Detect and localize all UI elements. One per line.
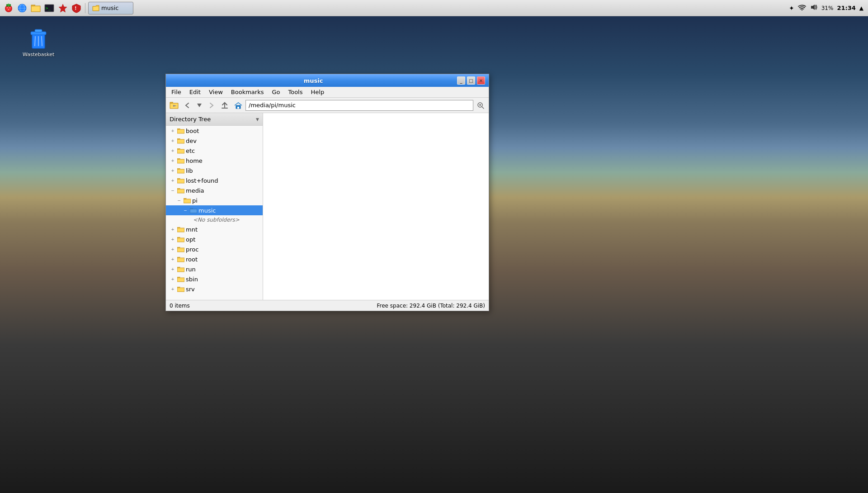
tree-item-root[interactable]: + root <box>166 254 263 264</box>
tree-label-music: music <box>198 207 216 214</box>
tree-item-boot[interactable]: + boot <box>166 126 263 136</box>
directory-tree-header: Directory Tree ▼ <box>166 113 263 126</box>
taskbar-left: >_ ! <box>0 2 136 14</box>
up-button[interactable] <box>218 99 231 112</box>
globe-icon[interactable] <box>16 2 28 14</box>
address-bar[interactable]: /media/pi/music <box>245 100 473 111</box>
menu-help[interactable]: Help <box>307 88 328 96</box>
tree-item-sbin[interactable]: + sbin <box>166 274 263 284</box>
tree-item-opt[interactable]: + opt <box>166 234 263 244</box>
expand-icon-boot[interactable]: + <box>170 128 176 134</box>
tree-label-opt: opt <box>186 236 195 243</box>
expand-icon-proc[interactable]: + <box>170 246 176 252</box>
shield-icon[interactable]: ! <box>71 2 82 14</box>
expand-icon-dev[interactable]: + <box>170 137 176 144</box>
tree-item-lib[interactable]: + lib <box>166 166 263 175</box>
file-manager-window: music _ □ ✕ File Edit View Bookmarks Go … <box>165 74 489 311</box>
svg-point-7 <box>8 4 9 6</box>
expand-icon-srv[interactable]: + <box>170 286 176 292</box>
eject-icon: ▲ <box>859 5 863 11</box>
menu-tools[interactable]: Tools <box>284 88 306 96</box>
tree-item-dev[interactable]: + dev <box>166 136 263 146</box>
terminal-icon[interactable]: >_ <box>43 2 55 14</box>
svg-rect-21 <box>35 29 42 32</box>
expand-icon-opt[interactable]: + <box>170 236 176 242</box>
main-content: Directory Tree ▼ + boot <box>166 113 489 300</box>
svg-point-1 <box>6 6 11 11</box>
tree-item-home[interactable]: + home <box>166 156 263 166</box>
desktop: >_ ! <box>0 0 868 493</box>
expand-icon-home[interactable]: + <box>170 157 176 164</box>
taskbar-app-label: music <box>101 5 118 11</box>
expand-icon-media[interactable]: − <box>170 187 176 194</box>
menu-view[interactable]: View <box>205 88 226 96</box>
clock-display: 21:34 <box>837 5 855 11</box>
tree-item-pi[interactable]: − pi <box>166 195 263 205</box>
folder-taskbar-icon[interactable] <box>30 2 42 14</box>
expand-icon-lost-found[interactable]: + <box>170 177 176 184</box>
menu-bookmarks[interactable]: Bookmarks <box>227 88 268 96</box>
tree-label-media: media <box>186 187 204 194</box>
home-button[interactable] <box>232 99 245 112</box>
directory-tree-content[interactable]: + boot + <box>166 126 263 300</box>
expand-icon-run[interactable]: + <box>170 266 176 272</box>
wifi-icon <box>798 4 806 12</box>
dir-tree-arrow[interactable]: ▼ <box>256 117 259 122</box>
tree-item-music[interactable]: − music <box>166 205 263 215</box>
back-button[interactable] <box>181 99 194 112</box>
tree-item-srv[interactable]: + srv <box>166 284 263 294</box>
back-dropdown[interactable] <box>195 99 204 112</box>
taskbar-app-music[interactable]: music <box>88 2 133 14</box>
expand-icon-pi[interactable]: − <box>176 197 182 204</box>
tree-item-media[interactable]: − media <box>166 185 263 195</box>
tree-label-sbin: sbin <box>186 276 198 283</box>
maximize-button[interactable]: □ <box>467 76 475 85</box>
raspberry-pi-icon[interactable] <box>3 2 14 14</box>
minimize-button[interactable]: _ <box>457 76 465 85</box>
directory-tree-panel: Directory Tree ▼ + boot <box>166 113 263 300</box>
directory-tree-label: Directory Tree <box>170 116 211 123</box>
window-titlebar[interactable]: music _ □ ✕ <box>166 74 489 87</box>
svg-line-24 <box>42 36 42 46</box>
no-subfolders-item: <No subfolders> <box>166 215 263 224</box>
close-button[interactable]: ✕ <box>477 76 485 85</box>
volume-icon <box>810 4 818 12</box>
expand-icon-etc[interactable]: + <box>170 147 176 154</box>
expand-icon-lib[interactable]: + <box>170 167 176 174</box>
tree-label-lib: lib <box>186 167 193 174</box>
svg-line-29 <box>482 107 484 109</box>
tree-item-etc[interactable]: + etc <box>166 146 263 156</box>
taskbar-right: ✦ 31% 21:34 <box>784 4 868 12</box>
svg-marker-18 <box>811 5 815 10</box>
window-controls: _ □ ✕ <box>457 76 485 85</box>
tree-label-etc: etc <box>186 147 195 154</box>
tree-label-boot: boot <box>186 128 199 134</box>
taskbar: >_ ! <box>0 0 868 16</box>
forward-button[interactable] <box>205 99 217 112</box>
tree-item-mnt[interactable]: + mnt <box>166 224 263 234</box>
tree-item-run[interactable]: + run <box>166 264 263 274</box>
taskbar-separator <box>85 3 85 13</box>
menu-go[interactable]: Go <box>268 88 283 96</box>
zoom-button[interactable] <box>474 99 487 112</box>
expand-icon-root[interactable]: + <box>170 256 176 262</box>
tree-item-lost-found[interactable]: + lost+found <box>166 175 263 185</box>
tree-item-proc[interactable]: + proc <box>166 244 263 254</box>
menu-file[interactable]: File <box>168 88 185 96</box>
open-folder-button[interactable] <box>168 99 180 112</box>
expand-icon-sbin[interactable]: + <box>170 276 176 282</box>
svg-line-22 <box>35 36 35 46</box>
menu-edit[interactable]: Edit <box>186 88 204 96</box>
free-space: Free space: 292.4 GiB (Total: 292.4 GiB) <box>377 303 485 309</box>
svg-text:>_: >_ <box>46 6 51 10</box>
expand-icon-mnt[interactable]: + <box>170 226 176 232</box>
expand-icon-music[interactable]: − <box>182 207 189 213</box>
tree-label-home: home <box>186 157 203 164</box>
wastebasket-label: Wastebasket <box>23 52 54 57</box>
star-icon[interactable] <box>57 2 69 14</box>
battery-display: 31% <box>821 5 834 11</box>
tree-label-mnt: mnt <box>186 226 198 233</box>
items-count: 0 items <box>170 303 190 309</box>
statusbar: 0 items Free space: 292.4 GiB (Total: 29… <box>166 300 489 311</box>
wastebasket[interactable]: Wastebasket <box>23 27 54 57</box>
